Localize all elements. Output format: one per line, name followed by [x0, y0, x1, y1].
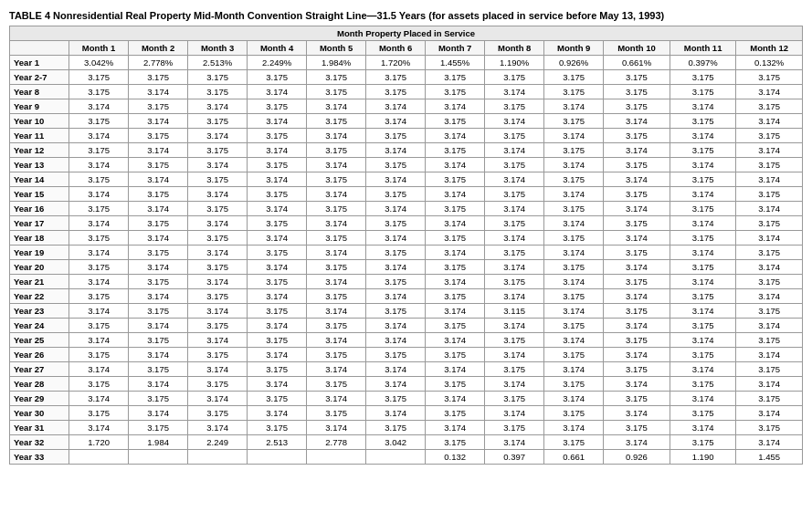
- data-cell: 3.175: [736, 216, 803, 231]
- data-cell: 3.174: [426, 99, 485, 114]
- data-cell: 3.175: [670, 435, 736, 450]
- data-cell: 3.174: [670, 216, 736, 231]
- data-cell: 3.175: [188, 143, 248, 158]
- data-cell: 3.174: [736, 114, 803, 129]
- data-cell: 3.174: [69, 246, 129, 260]
- year-label: Year 27: [10, 362, 69, 377]
- data-cell: 3.174: [69, 392, 129, 406]
- data-cell: 3.175: [248, 158, 307, 172]
- data-cell: 3.175: [426, 260, 485, 275]
- data-cell: 3.174: [188, 421, 248, 435]
- data-cell: 3.174: [307, 158, 366, 172]
- data-cell: 3.175: [670, 289, 736, 304]
- data-cell: 3.175: [604, 187, 670, 202]
- table-row: Year 183.1753.1743.1753.1743.1753.1743.1…: [10, 231, 803, 246]
- data-cell: 3.175: [366, 275, 426, 289]
- data-cell: 3.174: [129, 143, 188, 158]
- data-cell: 3.175: [544, 348, 604, 362]
- data-cell: 3.175: [604, 129, 670, 143]
- data-cell: 3.175: [604, 333, 670, 348]
- data-cell: 3.174: [69, 362, 129, 377]
- data-cell: 3.115: [485, 304, 544, 319]
- table-row: Year 173.1743.1753.1743.1753.1743.1753.1…: [10, 216, 803, 231]
- table-row: Year 113.1743.1753.1743.1753.1743.1753.1…: [10, 129, 803, 143]
- data-cell: 3.174: [248, 377, 307, 392]
- table-row: Year 293.1743.1753.1743.1753.1743.1753.1…: [10, 392, 803, 406]
- data-cell: 3.174: [426, 275, 485, 289]
- data-cell: 3.175: [670, 319, 736, 333]
- data-cell: 3.175: [248, 304, 307, 319]
- data-cell: 3.174: [485, 348, 544, 362]
- data-cell: 3.174: [670, 275, 736, 289]
- data-cell: 3.175: [485, 421, 544, 435]
- data-cell: 3.174: [736, 319, 803, 333]
- year-label: Year 26: [10, 348, 69, 362]
- data-cell: 3.174: [670, 421, 736, 435]
- data-cell: 3.175: [604, 362, 670, 377]
- data-cell: 3.175: [544, 70, 604, 85]
- data-cell: 3.174: [485, 289, 544, 304]
- data-cell: 3.175: [129, 187, 188, 202]
- data-cell: 3.174: [188, 304, 248, 319]
- data-cell: 3.175: [485, 333, 544, 348]
- data-cell: 3.174: [307, 187, 366, 202]
- data-cell: 3.175: [129, 392, 188, 406]
- data-cell: 3.174: [188, 158, 248, 172]
- data-cell: 3.174: [129, 85, 188, 99]
- month-column-header-10: Month 10: [604, 41, 670, 56]
- data-cell: 3.175: [485, 158, 544, 172]
- data-cell: [307, 450, 366, 465]
- data-cell: 3.175: [604, 85, 670, 99]
- data-cell: 3.174: [426, 129, 485, 143]
- data-cell: 3.175: [544, 143, 604, 158]
- data-cell: 3.175: [248, 362, 307, 377]
- table-row: Year 203.1753.1743.1753.1743.1753.1743.1…: [10, 260, 803, 275]
- data-cell: 3.174: [736, 231, 803, 246]
- data-cell: 3.174: [129, 172, 188, 187]
- data-cell: 3.174: [544, 158, 604, 172]
- data-cell: 3.174: [248, 319, 307, 333]
- data-cell: 3.175: [544, 319, 604, 333]
- data-cell: 3.174: [129, 289, 188, 304]
- data-cell: 3.174: [736, 202, 803, 216]
- data-cell: 3.175: [544, 289, 604, 304]
- data-cell: 3.175: [544, 435, 604, 450]
- data-cell: [129, 450, 188, 465]
- data-cell: 3.174: [366, 172, 426, 187]
- data-cell: 3.175: [604, 70, 670, 85]
- year-label: Year 11: [10, 129, 69, 143]
- data-cell: 3.174: [69, 333, 129, 348]
- data-cell: 3.174: [736, 143, 803, 158]
- table-row: Year 321.7201.9842.2492.5132.7783.0423.1…: [10, 435, 803, 450]
- data-cell: 3.174: [736, 406, 803, 421]
- table-row: Year 273.1743.1753.1743.1753.1743.1743.1…: [10, 362, 803, 377]
- data-cell: 3.175: [248, 275, 307, 289]
- data-cell: 3.175: [366, 129, 426, 143]
- year-label: Year 25: [10, 333, 69, 348]
- data-cell: 3.175: [248, 187, 307, 202]
- data-cell: 3.175: [129, 362, 188, 377]
- data-cell: 3.175: [485, 362, 544, 377]
- year-label: Year 19: [10, 246, 69, 260]
- data-cell: 3.174: [485, 435, 544, 450]
- data-cell: 3.175: [604, 216, 670, 231]
- data-cell: 3.174: [129, 348, 188, 362]
- data-cell: 3.175: [604, 421, 670, 435]
- data-cell: 3.174: [248, 406, 307, 421]
- data-cell: 3.042: [366, 435, 426, 450]
- data-cell: 3.175: [670, 406, 736, 421]
- data-cell: 3.174: [69, 99, 129, 114]
- data-cell: 3.174: [69, 304, 129, 319]
- data-cell: 3.174: [544, 187, 604, 202]
- data-cell: 3.174: [366, 289, 426, 304]
- data-cell: 3.174: [129, 202, 188, 216]
- data-cell: 3.175: [69, 202, 129, 216]
- data-cell: [366, 450, 426, 465]
- data-cell: 3.175: [248, 70, 307, 85]
- data-cell: 3.174: [366, 260, 426, 275]
- data-cell: 3.175: [188, 377, 248, 392]
- table-row: Year 123.1753.1743.1753.1743.1753.1743.1…: [10, 143, 803, 158]
- data-cell: [248, 450, 307, 465]
- data-cell: 3.174: [670, 362, 736, 377]
- data-cell: 3.175: [69, 85, 129, 99]
